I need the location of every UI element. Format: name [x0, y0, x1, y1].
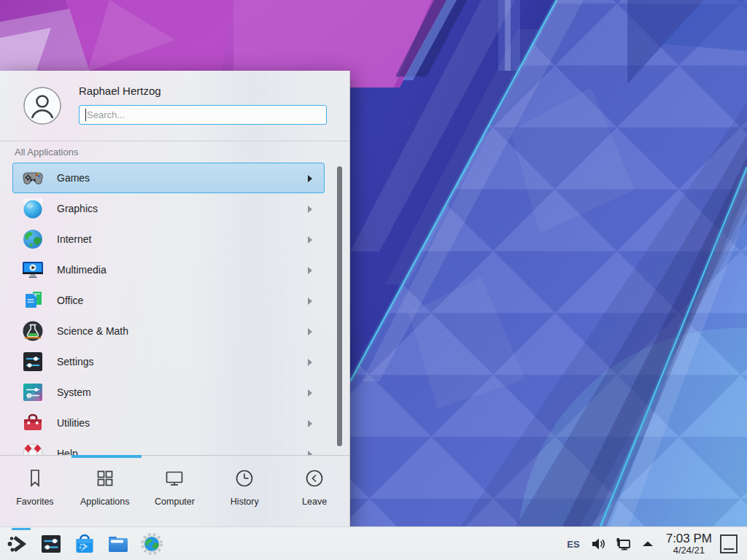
category-label: Graphics [57, 203, 98, 214]
clock-date: 4/24/21 [666, 545, 712, 556]
system-settings-icon [39, 532, 63, 556]
screen: Raphael Hertzog All Applications [0, 0, 747, 560]
category-label: Games [57, 172, 90, 184]
discover-icon [73, 532, 96, 556]
volume-icon[interactable] [589, 535, 607, 553]
clock-time: 7:03 PM [666, 532, 712, 546]
category-help[interactable]: Help [12, 438, 325, 455]
text-caret [85, 109, 86, 121]
submenu-arrow-icon [308, 359, 312, 366]
category-graphics[interactable]: Graphics [12, 193, 325, 224]
clock[interactable]: 7:03 PM 4/24/21 [666, 532, 712, 556]
sliders-dark-icon [21, 350, 44, 373]
file-manager-icon [107, 532, 130, 556]
application-launcher-popup: Raphael Hertzog All Applications [0, 71, 350, 526]
submenu-arrow-icon [308, 206, 312, 213]
category-label: Internet [57, 233, 91, 245]
tab-computer[interactable]: Computer [140, 467, 210, 526]
globe-icon [21, 228, 44, 251]
tab-applications[interactable]: Applications [70, 467, 140, 526]
taskbar: ES 7:03 PM 4/24/21 [0, 526, 747, 560]
network-icon[interactable] [614, 535, 632, 553]
category-label: Multimedia [57, 264, 107, 276]
app-launcher-icon [6, 532, 29, 556]
category-utilities[interactable]: Utilities [12, 408, 325, 438]
category-label: Help [57, 448, 78, 455]
list-scrollbar[interactable] [337, 166, 342, 446]
system-settings-button[interactable] [39, 532, 63, 556]
lifebuoy-icon [21, 442, 44, 455]
tab-label: Leave [302, 497, 327, 507]
expand-tray-icon[interactable] [639, 535, 657, 553]
tab-favorites[interactable]: Favorites [0, 467, 70, 526]
header-divider [0, 141, 349, 141]
section-label: All Applications [15, 147, 78, 158]
clock-icon [233, 467, 255, 489]
discover-button[interactable] [73, 532, 96, 556]
category-list: Games Graphics [0, 163, 349, 455]
flask-icon [21, 319, 44, 343]
category-system[interactable]: System [12, 377, 325, 408]
grid-icon [94, 467, 116, 489]
category-science-math[interactable]: Science & Math [12, 316, 325, 346]
user-name: Raphael Hertzog [79, 85, 161, 97]
tab-label: Applications [80, 497, 129, 507]
computer-icon [163, 467, 185, 489]
category-label: Science & Math [57, 325, 128, 337]
keyboard-layout-indicator[interactable]: ES [561, 539, 585, 550]
category-label: System [57, 386, 91, 398]
category-label: Office [57, 295, 83, 306]
category-settings[interactable]: Settings [12, 346, 325, 377]
leave-circle-icon [303, 467, 325, 489]
tab-label: Computer [155, 497, 195, 507]
submenu-arrow-icon [308, 389, 312, 397]
monitor-play-icon [21, 258, 44, 281]
category-games[interactable]: Games [12, 163, 325, 193]
submenu-arrow-icon [308, 328, 312, 335]
submenu-arrow-icon [308, 267, 312, 274]
sphere-icon [21, 197, 44, 220]
search-input[interactable] [79, 105, 327, 125]
web-browser-icon [140, 532, 163, 556]
submenu-arrow-icon [308, 175, 312, 182]
category-office[interactable]: Office [12, 285, 325, 316]
show-desktop-button[interactable] [719, 533, 738, 555]
tab-leave[interactable]: Leave [279, 467, 349, 526]
file-manager-button[interactable] [107, 532, 130, 556]
category-multimedia[interactable]: Multimedia [12, 254, 325, 285]
system-nodes-icon [21, 381, 44, 404]
category-label: Settings [57, 356, 94, 368]
bookmark-icon [24, 467, 46, 489]
tab-label: Favorites [16, 497, 53, 507]
category-internet[interactable]: Internet [12, 224, 325, 254]
launcher-tab-bar: Favorites Applications Computer [0, 455, 349, 526]
web-browser-button[interactable] [140, 532, 163, 556]
submenu-arrow-icon [308, 298, 312, 305]
launcher-header: Raphael Hertzog [0, 71, 349, 141]
active-tab-indicator [71, 455, 142, 458]
tab-history[interactable]: History [209, 467, 279, 526]
gamepad-icon [21, 166, 44, 190]
toolbox-icon [21, 411, 44, 435]
category-label: Utilities [57, 417, 90, 429]
app-launcher-button[interactable] [6, 532, 29, 556]
user-avatar[interactable] [23, 87, 61, 125]
submenu-arrow-icon [308, 420, 312, 427]
tab-label: History [231, 497, 259, 507]
documents-icon [21, 289, 44, 312]
submenu-arrow-icon [308, 236, 312, 244]
